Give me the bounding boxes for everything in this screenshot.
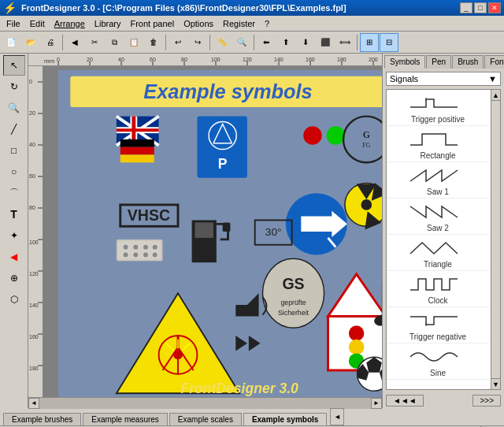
svg-point-96 <box>349 340 365 355</box>
svg-text:100: 100 <box>211 57 220 62</box>
delete-button[interactable]: 🗑 <box>144 33 163 52</box>
drawing-canvas[interactable]: Example symbols <box>58 70 382 397</box>
svg-rect-85 <box>195 222 213 238</box>
triangle-label: Triangle <box>424 260 452 269</box>
menu-library[interactable]: Library <box>90 17 126 30</box>
rect-tool[interactable]: □ <box>3 140 25 161</box>
tab-scroll-button[interactable]: ◄ <box>330 408 344 425</box>
symbol-item-saw1[interactable]: Saw 1 <box>387 162 489 199</box>
window-controls[interactable]: _ □ ✕ <box>460 2 501 13</box>
horizontal-scrollbar[interactable]: ◄ ► <box>28 397 382 408</box>
svg-text:P: P <box>218 156 228 172</box>
arc-tool[interactable]: ⌒ <box>3 183 25 203</box>
svg-text:30°: 30° <box>265 226 282 238</box>
right-nav-buttons: ◄◄◄ >>> <box>383 393 504 408</box>
tab-example-brushes[interactable]: Example brushes <box>3 413 81 425</box>
trigger-positive-label: Trigger positive <box>411 115 465 124</box>
vertical-ruler: 0 20 40 60 80 100 120 140 160 <box>28 66 43 397</box>
symbol-tool[interactable]: ✦ <box>3 225 25 246</box>
scroll-up-button[interactable]: ▲ <box>491 90 501 101</box>
svg-text:Sicherheit: Sicherheit <box>278 309 309 317</box>
snap-button[interactable]: ⊟ <box>380 33 398 52</box>
dropdown-arrow-icon: ▼ <box>488 74 497 84</box>
tab-font[interactable]: Font <box>484 55 504 69</box>
svg-point-78 <box>143 245 148 250</box>
svg-point-62 <box>303 126 321 144</box>
symbol-item-rectangle[interactable]: Rectangle <box>387 126 489 162</box>
svg-text:FG: FG <box>362 142 370 149</box>
marker-tool[interactable]: ◀ <box>3 247 25 267</box>
copy-button[interactable]: ⧉ <box>105 33 124 52</box>
cut-button[interactable]: ✂ <box>85 33 104 52</box>
trigger-negative-label: Trigger negative <box>410 332 466 341</box>
zoom-in-button[interactable]: 🔍 <box>232 33 251 52</box>
svg-text:FrontDesigner 3.0: FrontDesigner 3.0 <box>180 381 298 396</box>
menu-edit[interactable]: Edit <box>25 17 50 30</box>
grid-button[interactable]: ⊞ <box>360 33 379 52</box>
print-button[interactable]: 🖨 <box>41 33 60 52</box>
left-toolbar: ↖ ↻ 🔍 ╱ □ ○ ⌒ T ✦ ◀ ⊕ ⬡ <box>0 54 28 408</box>
svg-text:G: G <box>363 130 370 140</box>
align-right-button[interactable]: ⬇ <box>296 33 315 52</box>
scroll-right-button[interactable]: ► <box>371 398 382 409</box>
menu-options[interactable]: Options <box>179 17 218 30</box>
menu-arrange[interactable]: Arrange <box>50 17 90 30</box>
svg-text:0: 0 <box>57 57 60 62</box>
line-tool[interactable]: ╱ <box>3 119 25 139</box>
scroll-down-button[interactable]: ▼ <box>491 378 501 389</box>
signals-dropdown[interactable]: Signals ▼ <box>386 72 501 86</box>
nav-prev-button[interactable]: ◄◄◄ <box>386 395 424 407</box>
new-button[interactable]: 📄 <box>2 33 20 52</box>
move-left-button[interactable]: ◀ <box>65 33 84 52</box>
align-center-button[interactable]: ⬆ <box>276 33 295 52</box>
symbol-item-saw2[interactable]: Saw 2 <box>387 199 489 235</box>
symbol-item-sine[interactable]: Sine <box>387 343 489 380</box>
align-left-button[interactable]: ⬅ <box>257 33 276 52</box>
paste-button[interactable]: 📋 <box>124 33 143 52</box>
zoom-tool[interactable]: 🔍 <box>3 98 25 118</box>
menu-file[interactable]: File <box>2 17 25 30</box>
maximize-button[interactable]: □ <box>474 2 487 13</box>
nav-next-button[interactable]: >>> <box>472 395 501 407</box>
tab-brush[interactable]: Brush <box>452 55 484 69</box>
polygon-tool[interactable]: ⬡ <box>3 289 25 310</box>
menu-register[interactable]: Register <box>218 17 260 30</box>
horizontal-ruler: mm 0 20 40 60 80 100 120 140 160 <box>28 54 382 66</box>
symbol-item-trigger-positive[interactable]: Trigger positive <box>387 90 489 126</box>
rotate-tool[interactable]: ↻ <box>3 76 25 97</box>
symbol-list[interactable]: ▲ ▼ Trigger positive <box>386 89 501 390</box>
scroll-left-button[interactable]: ◄ <box>28 398 39 409</box>
scroll-track-h[interactable] <box>39 398 371 409</box>
redo-button[interactable]: ↪ <box>188 33 207 52</box>
svg-point-63 <box>327 126 345 144</box>
menu-help[interactable]: ? <box>260 17 274 30</box>
tab-bar: Example brushes Example measures Example… <box>0 408 504 425</box>
canvas-area[interactable]: 0 20 40 60 80 100 120 140 160 <box>28 66 382 397</box>
svg-rect-24 <box>28 66 43 397</box>
tab-example-symbols[interactable]: Example symbols <box>243 413 327 425</box>
close-button[interactable]: ✕ <box>488 2 501 13</box>
minimize-button[interactable]: _ <box>460 2 472 13</box>
svg-text:40: 40 <box>118 57 124 62</box>
tab-symbols[interactable]: Symbols <box>384 55 425 69</box>
tab-example-scales[interactable]: Example scales <box>169 413 242 425</box>
drill-tool[interactable]: ⊕ <box>3 268 25 288</box>
select-tool[interactable]: ↖ <box>3 55 25 76</box>
open-button[interactable]: 📂 <box>21 33 40 52</box>
symbol-item-clock[interactable]: Clock <box>387 271 489 307</box>
svg-rect-57 <box>120 154 154 162</box>
circle-tool[interactable]: ○ <box>3 162 25 182</box>
text-tool[interactable]: T <box>3 204 25 225</box>
svg-rect-56 <box>120 147 154 155</box>
symbol-item-trigger-negative[interactable]: Trigger negative <box>387 307 489 343</box>
undo-button[interactable]: ↩ <box>169 33 187 52</box>
menu-frontpanel[interactable]: Front panel <box>125 17 179 30</box>
tab-pen[interactable]: Pen <box>426 55 451 69</box>
ruler-button[interactable]: 📏 <box>213 33 232 52</box>
flip-h-button[interactable]: ⟺ <box>335 33 354 52</box>
svg-text:60: 60 <box>150 57 156 62</box>
distribute-button[interactable]: ⬛ <box>316 33 335 52</box>
svg-text:180: 180 <box>29 366 39 371</box>
symbol-item-triangle[interactable]: Triangle <box>387 235 489 271</box>
tab-example-measures[interactable]: Example measures <box>83 413 168 425</box>
